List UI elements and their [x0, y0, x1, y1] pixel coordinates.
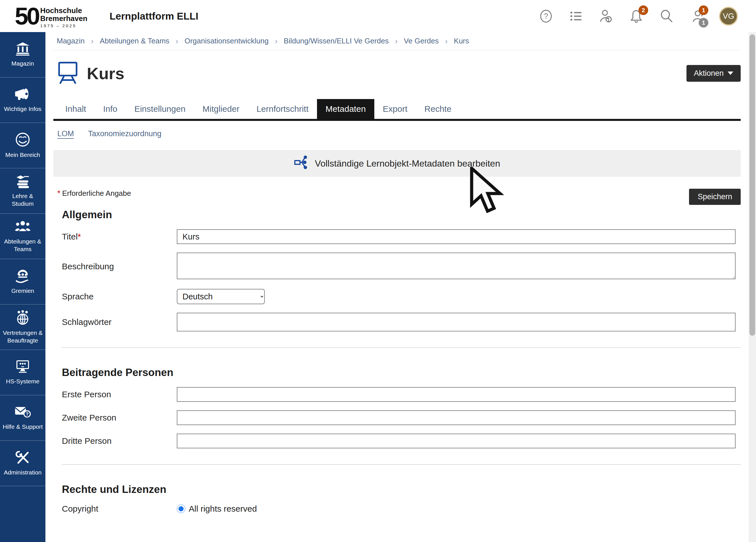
zweite-person-input[interactable] — [177, 410, 736, 425]
titel-input[interactable] — [177, 229, 736, 244]
sidebar-item-vertretungen-beauftragte[interactable]: Vertretungen & Beauftragte — [0, 304, 45, 350]
committee-icon — [15, 268, 31, 284]
sidebar-item-abteilungen-teams[interactable]: Abteilungen & Teams — [0, 214, 45, 259]
smiley-icon — [15, 132, 30, 148]
notifications-badge: 2 — [639, 5, 648, 15]
tab-mitglieder[interactable]: Mitglieder — [194, 99, 248, 119]
contacts-icon[interactable]: 1 1 — [689, 9, 704, 24]
sidebar-item-label: Administration — [4, 469, 41, 476]
help-icon[interactable]: ? — [539, 9, 553, 24]
user-status-icon[interactable] — [599, 9, 614, 24]
avatar[interactable]: VG — [719, 7, 738, 26]
main-sidebar: Magazin Wichtige Infos Mein Bereich Lehr… — [0, 32, 45, 542]
search-icon[interactable] — [659, 9, 674, 24]
subtab-bar: LOM Taxonomiezuordnung — [53, 129, 741, 139]
sidebar-item-wichtige-infos[interactable]: Wichtige Infos — [0, 77, 45, 123]
section-divider — [62, 464, 741, 465]
breadcrumb: Magazin › Abteilungen & Teams › Organisa… — [53, 32, 741, 50]
logo-name-line2: Bremerhaven — [40, 15, 87, 22]
logo-name-line1: Hochschule — [40, 7, 87, 14]
sidebar-item-hilfe-support[interactable]: ? Hilfe & Support — [0, 395, 45, 441]
breadcrumb-item-ve-gerdes[interactable]: Ve Gerdes — [404, 37, 439, 45]
caret-down-icon — [728, 72, 733, 75]
erste-person-input[interactable] — [177, 387, 736, 402]
vertical-scrollbar[interactable] — [749, 32, 756, 542]
bank-icon — [15, 42, 31, 57]
breadcrumb-item-bildung-wissen[interactable]: Bildung/Wissen/ELLI Ve Gerdes — [284, 37, 389, 45]
sprache-label: Sprache — [62, 292, 177, 301]
sidebar-item-gremien[interactable]: Gremien — [0, 259, 45, 304]
section-heading-allgemein: Allgemein — [53, 209, 741, 221]
subtab-taxonomiezuordnung[interactable]: Taxonomiezuordnung — [88, 129, 161, 139]
tab-einstellungen[interactable]: Einstellungen — [126, 99, 194, 119]
subtab-lom[interactable]: LOM — [57, 129, 74, 139]
copyright-radio-label: All rights reserved — [189, 504, 257, 514]
sidebar-item-label: Hilfe & Support — [3, 423, 43, 430]
monitor-icon — [15, 360, 31, 375]
beschreibung-textarea[interactable] — [177, 253, 736, 279]
tools-icon — [15, 450, 31, 466]
tab-bar: Inhalt Info Einstellungen Mitglieder Ler… — [53, 99, 741, 121]
app-window: 50 Hochschule Bremerhaven 1975 – 2025 Le… — [0, 0, 756, 542]
topbar: 50 Hochschule Bremerhaven 1975 – 2025 Le… — [0, 0, 756, 32]
schlagwoerter-input[interactable] — [177, 313, 736, 331]
sidebar-item-label: Gremien — [11, 287, 34, 295]
sidebar-filler — [0, 486, 45, 542]
banner-label: Vollständige Lernobjekt-Metadaten bearbe… — [315, 158, 500, 169]
chevron-right-icon: › — [395, 37, 398, 46]
breadcrumb-item-organisationsentwicklung[interactable]: Organisationsentwicklung — [184, 37, 268, 45]
sidebar-item-label: Lehre & Studium — [1, 192, 44, 207]
dritte-person-input[interactable] — [177, 434, 736, 448]
logo-50-number: 50 — [15, 5, 39, 27]
tab-lernfortschritt[interactable]: Lernfortschritt — [248, 99, 317, 119]
tab-info[interactable]: Info — [95, 99, 126, 119]
sidebar-item-label: Vertretungen & Beauftragte — [1, 329, 44, 344]
scrollbar-thumb[interactable] — [749, 34, 755, 336]
contacts-badge-top: 1 — [699, 5, 708, 15]
section-heading-beitragende-personen: Beitragende Personen — [53, 367, 741, 379]
sidebar-item-lehre-studium[interactable]: Lehre & Studium — [0, 168, 45, 214]
copyright-radio-all-rights-reserved[interactable] — [177, 505, 185, 513]
app-title: Lernplattform ELLI — [110, 10, 198, 22]
mail-question-icon: ? — [14, 405, 31, 420]
tab-metadaten[interactable]: Metadaten — [317, 99, 374, 119]
required-hint: *Erforderliche Angabe — [57, 189, 131, 198]
tab-export[interactable]: Export — [374, 99, 416, 119]
people-group-icon — [14, 220, 31, 235]
svg-text:?: ? — [26, 412, 29, 417]
chevron-right-icon: › — [445, 37, 448, 46]
zweite-person-label: Zweite Person — [62, 413, 177, 423]
chevron-right-icon: › — [275, 37, 277, 46]
breadcrumb-item-abteilungen-teams[interactable]: Abteilungen & Teams — [100, 37, 169, 45]
copyright-label: Copyright — [62, 504, 177, 514]
chevron-right-icon: › — [176, 37, 178, 46]
save-button[interactable]: Speichern — [689, 189, 741, 205]
main-content: Magazin › Abteilungen & Teams › Organisa… — [45, 32, 756, 542]
titel-label: Titel* — [62, 232, 177, 241]
page-title: Kurs — [87, 64, 124, 83]
sidebar-item-label: Magazin — [11, 60, 34, 67]
erste-person-label: Erste Person — [62, 390, 177, 399]
actions-button[interactable]: Aktionen — [686, 65, 741, 82]
dritte-person-label: Dritte Person — [62, 436, 177, 446]
notifications-bell-icon[interactable]: 2 — [629, 9, 644, 24]
books-icon — [14, 174, 31, 190]
hochschule-bremerhaven-logo: 50 Hochschule Bremerhaven 1975 – 2025 — [15, 4, 87, 28]
sidebar-item-magazin[interactable]: Magazin — [0, 32, 45, 77]
list-menu-icon[interactable] — [569, 9, 583, 24]
edit-full-metadata-banner[interactable]: Vollständige Lernobjekt-Metadaten bearbe… — [53, 150, 741, 177]
sidebar-item-administration[interactable]: Administration — [0, 441, 45, 486]
beschreibung-label: Beschreibung — [62, 262, 177, 271]
sidebar-item-mein-bereich[interactable]: Mein Bereich — [0, 123, 45, 168]
breadcrumb-item-kurs[interactable]: Kurs — [454, 37, 469, 45]
schlagwoerter-label: Schlagwörter — [62, 317, 177, 327]
sprache-select[interactable]: Deutsch — [177, 289, 265, 304]
tab-inhalt[interactable]: Inhalt — [57, 99, 95, 119]
sidebar-item-label: Wichtige Infos — [4, 105, 41, 113]
section-heading-rechte-lizenzen: Rechte und Lizenzen — [53, 484, 741, 495]
sidebar-item-label: Mein Bereich — [5, 151, 40, 159]
sidebar-item-hs-systeme[interactable]: HS-Systeme — [0, 350, 45, 395]
breadcrumb-item-magazin[interactable]: Magazin — [57, 37, 85, 45]
sidebar-item-label: Abteilungen & Teams — [1, 238, 44, 253]
tab-rechte[interactable]: Rechte — [416, 99, 460, 119]
